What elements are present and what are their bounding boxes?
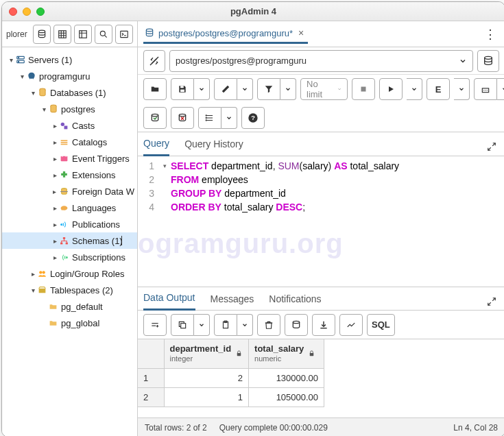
filter-icon[interactable] xyxy=(74,25,92,44)
save-button[interactable] xyxy=(171,78,194,100)
macro-dropdown-button[interactable] xyxy=(497,78,504,100)
svg-rect-30 xyxy=(63,237,65,239)
edit-button[interactable] xyxy=(214,78,237,100)
expand-icon[interactable] xyxy=(484,142,499,152)
tree-label: postgres xyxy=(61,104,95,114)
editor-tab[interactable]: postgres/postgres@programguru* × xyxy=(143,25,308,44)
svg-point-36 xyxy=(146,29,152,32)
tree-publications[interactable]: ▸ Publications xyxy=(2,216,137,232)
tree-languages[interactable]: ▸ Languages xyxy=(2,199,137,216)
tree-servers[interactable]: ▾ Servers (1) xyxy=(2,51,137,68)
tree-label: Foreign Data W xyxy=(72,186,134,197)
delete-button[interactable] xyxy=(257,314,280,336)
status-rows: Total rows: 2 of 2 xyxy=(145,423,207,433)
svg-rect-32 xyxy=(66,242,68,244)
table-row[interactable]: 1 2 130000.00 xyxy=(138,368,324,387)
table-row[interactable]: 2 1 105000.00 xyxy=(138,387,324,407)
execute-button[interactable] xyxy=(379,78,403,100)
tree-label: Subscriptions xyxy=(72,252,125,263)
tree-label: Languages xyxy=(72,203,116,213)
stop-button[interactable] xyxy=(352,78,375,100)
tree-pg-global[interactable]: pg_global xyxy=(2,315,137,331)
tab-notifications[interactable]: Notifications xyxy=(269,293,321,310)
paste-dropdown-button[interactable] xyxy=(237,314,253,336)
tree-programguru[interactable]: ▾ programguru xyxy=(2,68,137,84)
tree-label: Extensions xyxy=(72,170,116,180)
tree-pg-default[interactable]: pg_default xyxy=(2,298,137,315)
results-grid[interactable]: department_id integer xyxy=(138,339,504,417)
svg-line-59 xyxy=(488,147,491,150)
status-time: Query complete 00:00:00.029 xyxy=(219,423,328,433)
tree-label: Casts xyxy=(72,121,95,131)
connection-status-icon[interactable] xyxy=(143,50,165,72)
connection-dropdown[interactable]: postgres/postgres@programguru xyxy=(169,50,473,72)
svg-line-61 xyxy=(488,302,491,305)
help-button[interactable]: ? xyxy=(241,107,265,129)
search-icon[interactable] xyxy=(95,25,112,44)
tree-subscriptions[interactable]: ▸ Subscriptions xyxy=(2,249,137,265)
svg-rect-41 xyxy=(361,87,366,92)
window-titlebar: pgAdmin 4 xyxy=(2,2,504,21)
sql-button[interactable]: SQL xyxy=(367,314,395,336)
macro-button[interactable] xyxy=(474,78,497,100)
sql-editor[interactable]: 1▾ 2 3 4 SELECT department_id, SUM(salar… xyxy=(138,156,504,287)
execute-dropdown-button[interactable] xyxy=(407,78,422,100)
rollback-button[interactable] xyxy=(171,107,194,129)
tab-query-history[interactable]: Query History xyxy=(184,138,243,155)
tree-event-triggers[interactable]: ▸ Event Triggers xyxy=(2,150,137,167)
tree-postgres[interactable]: ▾ postgres xyxy=(2,101,137,117)
svg-point-15 xyxy=(19,58,19,58)
svg-rect-73 xyxy=(237,353,241,356)
new-connection-button[interactable] xyxy=(477,50,499,72)
add-row-button[interactable] xyxy=(143,314,167,336)
tab-messages[interactable]: Messages xyxy=(211,293,254,310)
copy-dropdown-button[interactable] xyxy=(194,314,210,336)
tree-login-roles[interactable]: ▸ Login/Group Roles xyxy=(2,265,137,282)
svg-rect-23 xyxy=(61,143,68,145)
commit-button[interactable] xyxy=(143,107,167,129)
limit-dropdown[interactable]: No limit xyxy=(300,78,348,100)
tree-schemas[interactable]: ▸ Schemas (1) xyxy=(2,232,137,249)
tree-databases[interactable]: ▾ Databases (1) xyxy=(2,84,137,101)
svg-point-0 xyxy=(38,30,45,33)
tab-query[interactable]: Query xyxy=(143,138,169,156)
browser-tree[interactable]: ▾ Servers (1) ▾ programguru ▾ Databases … xyxy=(2,47,137,436)
copy-button[interactable] xyxy=(171,314,194,336)
filter-button[interactable] xyxy=(257,78,280,100)
grid-icon[interactable] xyxy=(53,25,71,44)
lock-icon xyxy=(235,350,243,357)
tree-extensions[interactable]: ▸ Extensions xyxy=(2,167,137,183)
tree-casts[interactable]: ▸ Casts xyxy=(2,117,137,134)
svg-point-54 xyxy=(206,117,206,118)
paste-button[interactable] xyxy=(214,314,237,336)
expand-output-icon[interactable] xyxy=(484,297,499,306)
tree-tablespaces[interactable]: ▾ Tablespaces (2) xyxy=(2,282,137,298)
save-dropdown-button[interactable] xyxy=(194,78,210,100)
filter-dropdown-button[interactable] xyxy=(280,78,296,100)
database-icon xyxy=(145,28,154,38)
svg-point-34 xyxy=(39,271,42,274)
tree-label: Catalogs xyxy=(72,137,107,147)
svg-point-70 xyxy=(293,321,299,323)
col-type: numeric xyxy=(254,354,304,363)
explain-button[interactable]: E xyxy=(427,78,450,100)
svg-rect-6 xyxy=(80,30,87,38)
explain-dropdown-button[interactable] xyxy=(454,78,470,100)
transaction-dropdown-button[interactable] xyxy=(221,107,237,129)
kebab-menu-icon[interactable]: ⋮ xyxy=(481,27,499,42)
svg-rect-74 xyxy=(310,353,314,356)
tree-catalogs[interactable]: ▸ Catalogs xyxy=(2,134,137,150)
open-file-button[interactable] xyxy=(143,78,167,100)
graph-button[interactable] xyxy=(339,314,363,336)
svg-point-38 xyxy=(485,56,492,59)
tab-data-output[interactable]: Data Output xyxy=(143,292,195,311)
tree-fdw[interactable]: ▸ Foreign Data W xyxy=(2,183,137,199)
save-data-button[interactable] xyxy=(285,314,308,336)
svg-line-10 xyxy=(104,35,106,37)
database-icon[interactable] xyxy=(33,25,51,44)
terminal-icon[interactable] xyxy=(115,25,133,44)
close-tab-button[interactable]: × xyxy=(297,27,305,38)
transaction-button[interactable] xyxy=(198,107,221,129)
edit-dropdown-button[interactable] xyxy=(237,78,253,100)
download-button[interactable] xyxy=(312,314,335,336)
